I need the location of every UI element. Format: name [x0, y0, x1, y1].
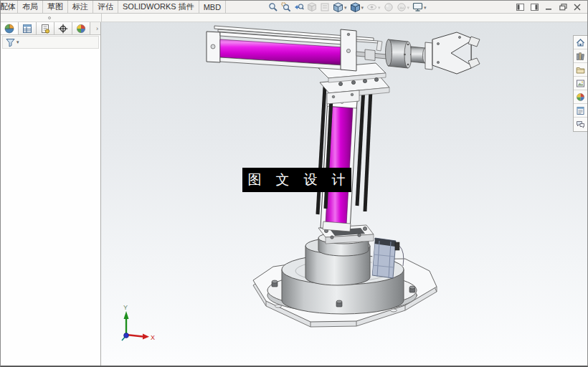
display-style-dropdown[interactable]: ▾: [361, 5, 364, 10]
section-view-icon: [306, 1, 318, 13]
tab-mbd[interactable]: MBD: [199, 1, 226, 13]
pane-toggle-right-icon[interactable]: [530, 4, 539, 11]
triad-origin: [124, 333, 129, 338]
properties-form-icon: [576, 106, 585, 115]
display-style-icon[interactable]: ▾: [349, 1, 365, 13]
home-icon: [576, 38, 585, 47]
gripper[interactable]: [425, 32, 480, 74]
tab-layout[interactable]: 布局: [18, 1, 43, 13]
commandmanager-collapsed-strip: [1, 14, 587, 22]
restore-button[interactable]: [559, 4, 567, 11]
solidworks-resources-button[interactable]: [574, 36, 587, 49]
folder-icon: [576, 65, 585, 75]
filter-dropdown-caret[interactable]: ▾: [16, 39, 19, 45]
edit-appearance-icon: [383, 1, 394, 13]
file-explorer-button[interactable]: [574, 63, 587, 77]
feature-tree-area[interactable]: [1, 49, 100, 366]
minimize-button[interactable]: [544, 4, 553, 11]
configuration-manager-tab[interactable]: [37, 22, 54, 34]
dynamic-annotation-views-icon: [319, 1, 331, 13]
feature-manager-panel: › ▾: [1, 22, 101, 366]
task-pane-strip: [573, 35, 587, 132]
assembly-model[interactable]: Y X: [101, 22, 587, 366]
manager-panel-tabs: ›: [1, 22, 100, 35]
pane-toggle-left-icon[interactable]: [516, 4, 524, 11]
toolbar-pull-handle[interactable]: [48, 16, 51, 19]
tab-sketch[interactable]: 草图: [43, 1, 68, 13]
forum-bubbles-icon: [576, 120, 585, 129]
feature-manager-tab[interactable]: [1, 22, 19, 34]
custom-properties-button[interactable]: [574, 104, 587, 118]
watermark-banner: 图 文 设 计: [242, 168, 351, 192]
close-button[interactable]: [573, 4, 582, 11]
apply-scene-icon: ▾: [396, 1, 411, 13]
view-orientation-icon[interactable]: ▾: [332, 1, 348, 13]
tab-annotate[interactable]: 标注: [68, 1, 93, 13]
books-icon: [576, 52, 585, 61]
property-manager-tab[interactable]: [19, 22, 37, 34]
triad-x-label: X: [151, 334, 155, 341]
panel-tabs-expand-chevron[interactable]: ›: [90, 22, 100, 34]
view-palette-icon: [576, 79, 585, 88]
appearance-sphere-icon: [576, 92, 585, 102]
solidworks-forum-button[interactable]: [574, 118, 587, 131]
hide-show-items-icon: ▾: [366, 1, 381, 13]
tab-assembly[interactable]: 配体: [1, 1, 18, 13]
view-palette-button[interactable]: [574, 77, 587, 90]
graphics-viewport[interactable]: Y X 图 文 设 计: [101, 22, 587, 366]
triad-y-label: Y: [123, 304, 128, 311]
zoom-to-area-icon[interactable]: [280, 1, 292, 13]
design-library-button[interactable]: [574, 49, 587, 63]
window-controls: [516, 1, 582, 14]
previous-view-icon[interactable]: [293, 1, 305, 13]
vertical-pneumatic-cylinder[interactable]: [321, 98, 357, 232]
command-manager-tabbar: 配体 布局 草图 标注 评估 SOLIDWORKS 插件 MBD: [1, 1, 587, 14]
rotary-actuator[interactable]: [386, 39, 412, 68]
appearances-scenes-button[interactable]: [574, 90, 587, 104]
solidworks-window: 配体 布局 草图 标注 评估 SOLIDWORKS 插件 MBD: [0, 0, 588, 367]
headsup-view-toolbar: ▾ ▾ ▾ ▾ ▾: [267, 1, 427, 14]
tree-filter-bar[interactable]: ▾: [2, 36, 99, 49]
display-manager-tab[interactable]: [72, 22, 90, 34]
tab-evaluate[interactable]: 评估: [93, 1, 118, 13]
tab-solidworks-addins[interactable]: SOLIDWORKS 插件: [118, 1, 199, 13]
view-settings-icon[interactable]: ▾: [412, 1, 427, 13]
view-settings-dropdown[interactable]: ▾: [424, 5, 427, 10]
view-orientation-dropdown[interactable]: ▾: [344, 5, 347, 10]
dimxpert-manager-tab[interactable]: [54, 22, 72, 34]
piston-rod[interactable]: [356, 49, 387, 61]
zoom-to-fit-icon[interactable]: [267, 1, 279, 13]
filter-funnel-icon: [6, 38, 15, 47]
reference-triad: Y X: [122, 304, 155, 341]
